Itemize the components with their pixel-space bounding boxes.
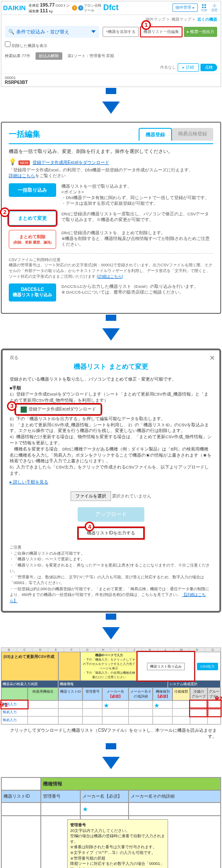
filter-dropdown[interactable]: 🔍 条件で絞込み・並び替え (5, 26, 99, 38)
excel-csv-output-button[interactable]: CSV出力 (194, 652, 221, 681)
gear-icon (212, 4, 217, 8)
add-device-button[interactable]: +機器を追加する (103, 27, 139, 37)
inspection-button[interactable]: 点検 (201, 64, 217, 71)
excel-import-list-button[interactable]: 機器リスト取り込み (137, 652, 194, 681)
table-cell[interactable] (1, 816, 41, 868)
arrow-down-icon (102, 757, 120, 769)
upload-button[interactable]: アップロード (78, 507, 144, 522)
excel-column-letters: BCD EFG HIJ KLM NO (1, 648, 221, 652)
flow-arrow (106, 315, 116, 321)
callout-4: 4 (85, 522, 94, 531)
flow-arrow (106, 88, 116, 94)
breadcrumb: 物件マップ > 機器マップ > 近くの機器 (1, 15, 221, 24)
arrow-down-icon (102, 102, 120, 114)
clear-filter-tag[interactable]: 絞込み解除 (36, 52, 62, 60)
excel-instructions: 機器IDベースで入力 ・下の「機器入力」をクリックしてその下のセルをクリックする… (80, 652, 137, 681)
alert-badge-icon[interactable]: ! (72, 5, 77, 11)
breadcrumb-item: 近くの機器 (197, 17, 217, 22)
col-device-id: 機器リストID (1, 790, 41, 803)
star-icon: ★ (82, 806, 88, 813)
search-icon: 🔍 (8, 29, 14, 35)
tab-bar: 機器登録 簡易点検登録 (139, 128, 213, 141)
daccs-description: DACCS-LCから出力した機器リスト（Excel）の取り込みを行います。 ※ … (61, 283, 213, 295)
no-subject-label: 件名なし (160, 65, 176, 70)
col-mgmt-no: 管理番号 (41, 790, 80, 803)
daikin-logo: DAIKIN (3, 4, 26, 11)
back-button[interactable]: 戻る (10, 355, 212, 361)
file-none-label: 選択されていません (112, 494, 151, 498)
table-cell[interactable] (129, 803, 221, 816)
excel-icon (21, 407, 27, 413)
arrow-down-icon (102, 328, 120, 341)
breadcrumb-item[interactable]: 機器マップ > (172, 17, 195, 22)
top-nav-icon[interactable]: TOP (200, 4, 208, 12)
tab-device-register[interactable]: 機器登録 (139, 128, 172, 141)
easy-input-link[interactable]: 簡易入力 (3, 718, 17, 722)
result-row: 00001 RSRP63BT (1, 73, 221, 87)
tab-simple-inspection[interactable]: 簡易点検登録 (172, 128, 213, 141)
device-model: RSRP63BT (5, 80, 217, 85)
excel-header-row: 検索用機種名 機器リストID 管理番号 メーカー名【必須】 メーカー名その他詳細… (1, 687, 221, 701)
change-description: Dfctに登録済の機器リストを一度取出し、パソコンで修正の上、CSVデータで取り… (61, 211, 213, 223)
dfct-header-panel: DAIKIN 全保定 195.77 CO2トン 減免量 111 kg ! i フ… (1, 1, 221, 87)
excel-download-button[interactable]: 登録データ作成Excelダウンロード (16, 404, 101, 414)
sort-label: 第1ソート：管理番号 昇順 (68, 53, 115, 59)
app-header: DAIKIN 全保定 195.77 CO2トン 減免量 111 kg ! i フ… (1, 1, 221, 15)
zoom-table-panel: 機種情報 機器リストID 管理番号 メーカー名【必須】 メーカー名その他詳細 ★… (1, 777, 221, 868)
bulk-change-modal: ✕ 戻る 機器リスト まとめて変更 登録されている機器リストを取り出し、パソコン… (1, 349, 221, 613)
modal-description: 登録されている機器リストを取り出し、パソコンでまとめて修正・変更が可能です。 (10, 376, 212, 382)
col-maker: メーカー名【必須】 (80, 790, 129, 803)
excel-caption: クリックしてダウンロードした機器リスト（CSVファイル）をセットし、本ツールに機… (1, 725, 221, 742)
csv-note: CSVファイルご利用時の注意 機器の管理番号は、ソート対応のため文字形式(例：0… (9, 253, 213, 279)
bulk-edit-panel: 一括編集 機器登録 簡易点検登録 機器を一括で取り込み、変更、削除を行えます。操… (1, 122, 221, 314)
svg-rect-1 (204, 4, 206, 6)
property-mgmt-button[interactable]: 物件管理 ▸ (172, 4, 198, 12)
sub-header-a: 機器表の検索入力画面 (1, 681, 58, 687)
easy-input-link[interactable]: 簡易入力 (3, 710, 17, 714)
excel-download-link[interactable]: 登録データ作成用Excelをダウンロード (32, 160, 109, 165)
flow-arrow (106, 743, 116, 749)
svg-rect-3 (204, 7, 206, 8)
flow-arrow (106, 614, 116, 620)
info-badge-icon[interactable]: i (78, 5, 83, 11)
app-title: Dfct (103, 3, 118, 12)
detailed-steps-link[interactable]: ▸ 詳しい手順を見る (10, 479, 48, 486)
bulk-change-button[interactable]: まとめて変更 (9, 211, 56, 225)
svg-rect-0 (202, 4, 204, 6)
callout-1: 1 (141, 20, 151, 30)
delete-description: Dfctに登録済の機器リストを、まとめて削除します。 ※機器を削除すると、機器情… (61, 230, 213, 247)
svg-point-4 (214, 5, 215, 7)
bulk-import-button[interactable]: 一括取り込み (9, 183, 56, 197)
stats-block: 全保定 195.77 CO2トン 減免量 111 kg (29, 2, 70, 14)
table-cell[interactable]: ★ (80, 803, 129, 816)
file-select-button[interactable]: ファイルを選択 (71, 491, 111, 501)
arrow-down-icon (102, 627, 120, 639)
mgmt-number-tooltip: 管理番号 20文字以内で入力してください。 空欄の場合は機器の登録時に連番で自動… (67, 819, 168, 868)
detail-button[interactable]: ▸ 詳細 (178, 63, 199, 72)
svg-rect-2 (202, 7, 204, 8)
settings-nav-icon[interactable]: 設定 (210, 4, 219, 12)
deleted-checkbox-row: 削除した機器を表示 (1, 40, 221, 51)
top-header: 機種情報 (41, 777, 221, 790)
easy-input-link[interactable]: 簡易入力 (3, 702, 17, 706)
sub-header-c: システム構成選択 (168, 681, 221, 687)
table-cell[interactable] (1, 803, 41, 816)
bulk-delete-button[interactable]: まとめて削除 (削除、更新 履歴、漏洩) (9, 230, 56, 249)
csv-detail-link[interactable]: (詳細はこちら) (97, 274, 123, 279)
show-deleted-checkbox[interactable] (5, 41, 11, 47)
grid-icon (201, 4, 207, 9)
callout-2: 2 (0, 207, 10, 217)
table-cell[interactable] (41, 803, 80, 816)
result-count: 検索結果 77件 (5, 53, 30, 59)
daccs-import-button[interactable]: DACCS-LC 機器リスト取り込み (9, 283, 56, 301)
panel-title: 一括編集 (9, 129, 40, 139)
notes-block: ご注意 ・ご自身の機器リストのみ修正可能です。 ・「機器リストID」ベースで更新… (10, 545, 212, 604)
new-badge: NEW (18, 160, 30, 165)
close-icon[interactable]: ✕ (209, 354, 215, 362)
title-prefix: フロン点検 ツール (84, 3, 101, 13)
modal-title: 機器リスト まとめて変更 (10, 363, 212, 371)
steps-block: ■手順 1）登録データ作成Excelをダウンロードします（シート「まとめて更新用… (10, 385, 212, 485)
excel-sheet-title: (03)まとめて更新用CSV作成 (1, 652, 58, 681)
report-output-button[interactable]: ▸ 帳票一括出力 (184, 27, 217, 37)
detail-link[interactable]: 詳細はこちら (9, 173, 35, 178)
